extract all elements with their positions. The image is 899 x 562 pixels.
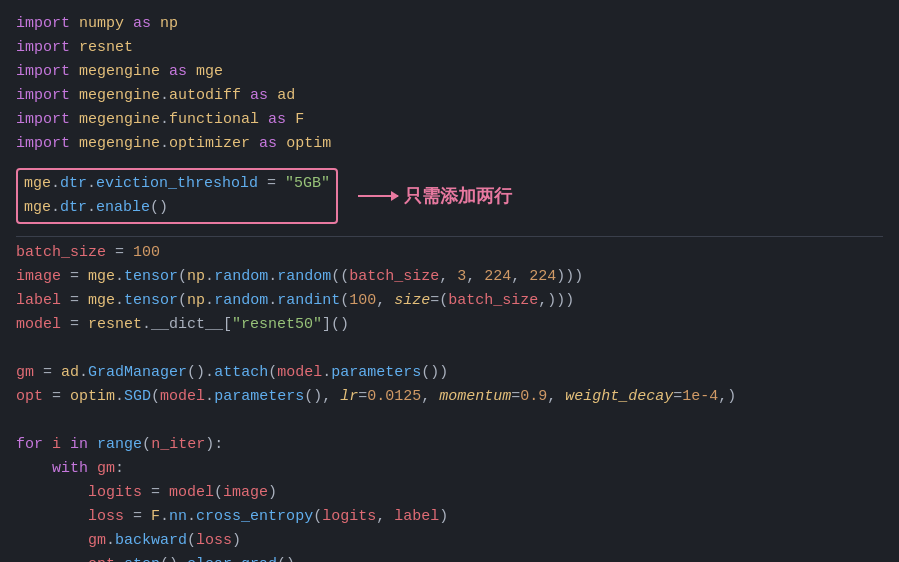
highlighted-code-block: mge.dtr.eviction_threshold = "5GB" mge.d… — [16, 168, 338, 224]
import-line-4: import megengine.autodiff as ad — [16, 84, 883, 108]
annotation-arrow: 只需添加两行 — [358, 182, 512, 211]
import-line-1: import numpy as np — [16, 12, 883, 36]
import-line-2: import resnet — [16, 36, 883, 60]
body-line-blank-2 — [16, 409, 883, 433]
body-line-3: label = mge.tensor(np.random.randint(100… — [16, 289, 883, 313]
body-line-opt: opt = optim.SGD(model.parameters(), lr=0… — [16, 385, 883, 409]
import-line-5: import megengine.functional as F — [16, 108, 883, 132]
body-line-with: with gm: — [16, 457, 883, 481]
body-line-step: opt.step().clear_grad() — [16, 553, 883, 562]
body-line-blank-1 — [16, 337, 883, 361]
body-line-for: for i in range(n_iter): — [16, 433, 883, 457]
body-line-gm: gm = ad.GradManager().attach(model.param… — [16, 361, 883, 385]
code-editor: import numpy as np import resnet import … — [0, 0, 899, 562]
body-line-loss: loss = F.nn.cross_entropy(logits, label) — [16, 505, 883, 529]
highlight-line-1: mge.dtr.eviction_threshold = "5GB" — [24, 172, 330, 196]
body-line-logits: logits = model(image) — [16, 481, 883, 505]
body-line-4: model = resnet.__dict__["resnet50"]() — [16, 313, 883, 337]
body-line-backward: gm.backward(loss) — [16, 529, 883, 553]
arrow-line — [358, 195, 398, 197]
import-line-3: import megengine as mge — [16, 60, 883, 84]
highlighted-annotation-wrapper: mge.dtr.eviction_threshold = "5GB" mge.d… — [16, 162, 883, 230]
highlight-line-2: mge.dtr.enable() — [24, 196, 330, 220]
body-line-1: batch_size = 100 — [16, 241, 883, 265]
body-line-2: image = mge.tensor(np.random.random((bat… — [16, 265, 883, 289]
annotation-text: 只需添加两行 — [404, 182, 512, 211]
separator — [16, 236, 883, 237]
import-line-6: import megengine.optimizer as optim — [16, 132, 883, 156]
